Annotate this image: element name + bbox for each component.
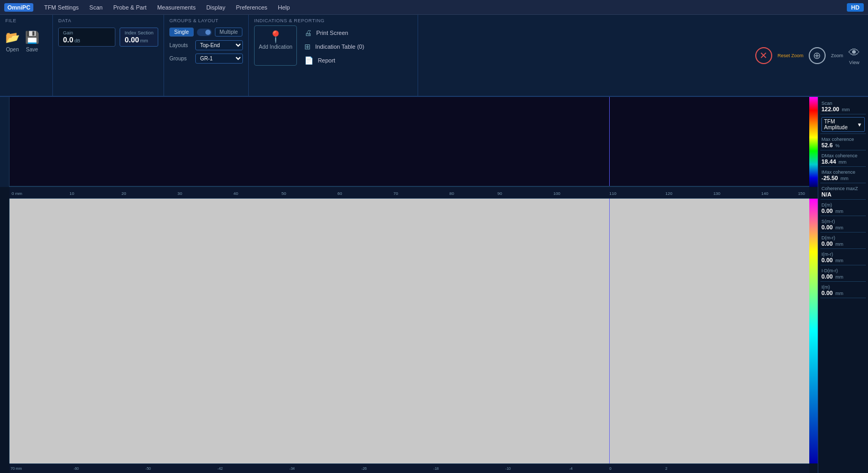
add-indication-label: Add Indication	[259, 44, 292, 50]
bottom-color-scale	[809, 199, 818, 463]
single-toggle[interactable]: Single	[169, 28, 194, 37]
indication-buttons: 🖨 Print Screen ⊞ Indication Table (0) 📄 …	[302, 28, 366, 66]
dmax-coherence-stat: DMax coherence 18.44 mm	[820, 151, 866, 167]
dm-stat: D(m) 0.00 mm	[820, 201, 866, 216]
menu-help[interactable]: Help	[274, 3, 294, 12]
imax-coherence-label: IMax coherence	[821, 169, 865, 175]
groups-select[interactable]: GR-1	[195, 53, 243, 64]
im-label: I(m)	[821, 284, 865, 290]
file-section-label: FILE	[5, 18, 47, 23]
ipdmr-unit: mm	[835, 274, 843, 280]
dmr-value: 0.00	[821, 240, 833, 247]
ruler-spacer	[0, 187, 10, 199]
print-screen-label: Print Screen	[316, 30, 348, 36]
smr-unit: mm	[835, 225, 843, 230]
reset-zoom-group: Reset Zoom	[777, 53, 803, 58]
dm-value: 0.00	[821, 208, 833, 214]
index-value: 0.00	[124, 35, 139, 44]
zoom-button[interactable]: ⊕	[809, 47, 826, 64]
menu-measurements[interactable]: Measurements	[153, 3, 200, 12]
toolbar: FILE 📂 Open 💾 Save DATA Gain 0.0 dB	[0, 15, 868, 97]
tfm-dropdown-arrow: ▼	[857, 122, 862, 128]
im-value: 0.00	[821, 290, 833, 296]
dm-label: D(m)	[821, 202, 865, 208]
scan-area: 0 mm 10 20 30 40 50 60 70 80 90 100 110 …	[10, 97, 809, 473]
bot-ruler-3: -50	[146, 467, 151, 470]
eye-icon: 👁	[848, 46, 860, 60]
dmax-coherence-unit: mm	[838, 159, 846, 165]
reset-zoom-button[interactable]: ✕	[755, 47, 772, 64]
dmr-label: D(m-r)	[821, 235, 865, 240]
add-indication-button[interactable]: 📍 Add Indication	[254, 25, 297, 66]
menu-tfm-settings[interactable]: TFM Settings	[40, 3, 83, 12]
add-indication-icon: 📍	[268, 30, 283, 44]
toggle-switch[interactable]	[197, 29, 212, 36]
bottom-scan[interactable]	[10, 199, 809, 463]
index-section-box[interactable]: Index Section 0.00 mm	[120, 28, 158, 47]
ruler-tick-120: 120	[665, 191, 672, 196]
menu-display[interactable]: Display	[202, 3, 230, 12]
zoom-label: Zoom	[831, 53, 843, 58]
reset-zoom-label: Reset Zoom	[777, 53, 803, 58]
data-section-label: DATA	[58, 18, 158, 23]
layouts-row: Layouts Top-End	[169, 40, 243, 50]
menu-preferences[interactable]: Preferences	[232, 3, 272, 12]
folder-icon: 📂	[5, 31, 20, 44]
save-button[interactable]: 💾 Save	[25, 31, 39, 52]
top-color-scale	[809, 97, 818, 187]
ruler-tick-90: 90	[498, 191, 502, 196]
ruler-tick-140: 140	[761, 191, 768, 196]
scale-gap	[809, 187, 818, 199]
top-scan-canvas	[10, 97, 809, 186]
indications-section: INDICATIONS & REPORTING 📍 Add Indication…	[249, 15, 418, 96]
groups-row: Groups GR-1	[169, 53, 243, 64]
imax-coherence-stat: IMax coherence -25.50 mm	[820, 168, 866, 183]
app-logo[interactable]: OmniPC	[4, 3, 33, 12]
top-scan[interactable]	[10, 97, 809, 187]
ruler-tick-40: 40	[233, 191, 238, 196]
ruler-tick-50: 50	[282, 191, 286, 196]
indication-table-label: Indication Table (0)	[315, 43, 364, 50]
left-rulers	[0, 97, 10, 473]
top-ruler: 0 mm 10 20 30 40 50 60 70 80 90 100 110 …	[10, 187, 809, 199]
ruler-tick-30: 30	[177, 191, 182, 196]
im-unit: mm	[835, 291, 843, 296]
view-button[interactable]: 👁 View	[848, 46, 860, 65]
im-stat: I(m) 0.00 mm	[820, 283, 866, 298]
ruler-tick-130: 130	[713, 191, 720, 196]
bot-ruler-8: -10	[505, 467, 511, 470]
report-button[interactable]: 📄 Report	[302, 55, 366, 66]
hd-badge: HD	[847, 3, 864, 12]
gain-field[interactable]: Gain 0.0 dB	[58, 28, 115, 47]
layouts-select[interactable]: Top-End	[195, 40, 243, 50]
tfm-dropdown[interactable]: TFM Amplitude ▼	[821, 117, 865, 132]
menu-bar: OmniPC TFM Settings Scan Probe & Part Me…	[0, 0, 868, 15]
imax-coherence-unit: mm	[840, 176, 848, 181]
ipdmr-stat: I·D(m-r) 0.00 mm	[820, 266, 866, 282]
multiple-toggle[interactable]: Multiple	[215, 28, 242, 37]
indication-table-button[interactable]: ⊞ Indication Table (0)	[302, 41, 366, 52]
ruler-tick-80: 80	[449, 191, 454, 196]
groups-section-label: GROUPS & LAYOUT	[169, 18, 243, 23]
menu-probe-part[interactable]: Probe & Part	[109, 3, 151, 12]
ruler-tick-20: 20	[122, 191, 126, 196]
ruler-tick-10: 10	[69, 191, 74, 196]
scale-bottom-gap	[809, 463, 818, 473]
max-coherence-label: Max coherence	[821, 137, 865, 142]
ruler-tick-150: 150	[798, 191, 805, 196]
bottom-ruler: 70 mm -60 -50 -42 -34 -26 -18 -10 -4 0 2	[10, 463, 809, 473]
right-panel: Scan 122.00 mm TFM Amplitude ▼ Max coher…	[818, 97, 868, 473]
ruler-bottom-spacer	[0, 463, 10, 473]
coherence-maxz-stat: Coherence maxZ N/A	[820, 184, 866, 200]
open-button[interactable]: 📂 Open	[5, 31, 20, 52]
save-icon: 💾	[25, 31, 39, 44]
print-screen-button[interactable]: 🖨 Print Screen	[302, 28, 366, 38]
toggle-row: Single Multiple	[169, 28, 243, 37]
menu-scan[interactable]: Scan	[85, 3, 107, 12]
bottom-scan-canvas	[10, 199, 809, 463]
smr-stat: S(m-r) 0.00 mm	[820, 217, 866, 233]
smr-value: 0.00	[821, 224, 833, 230]
gain-label: Gain	[63, 30, 111, 35]
scan-stat: Scan 122.00 mm	[820, 99, 866, 114]
tfm-label: TFM Amplitude	[824, 119, 857, 130]
